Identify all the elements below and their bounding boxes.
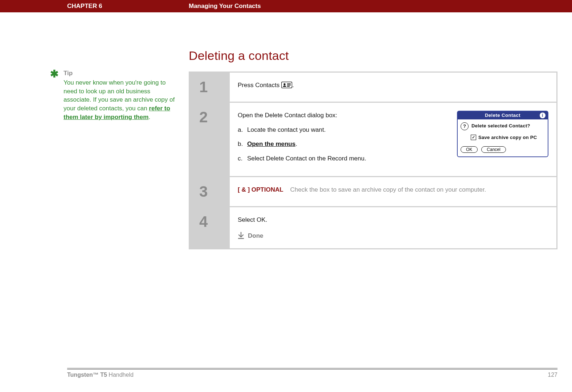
steps-table: 1 Press Contacts <box>189 72 557 249</box>
step1-text-before: Press Contacts <box>238 82 281 89</box>
svg-rect-4 <box>287 86 290 87</box>
cancel-button[interactable]: Cancel <box>481 146 506 153</box>
step-number: 4 <box>190 207 230 248</box>
done-arrow-icon <box>238 232 244 239</box>
delete-contact-dialog: Delete Contact i ? Delete selected Conta… <box>457 111 548 157</box>
chapter-title: Managing Your Contacts <box>189 3 572 10</box>
step1-text-after: . <box>292 82 294 89</box>
page-footer: Tungsten™ T5 Handheld 127 <box>0 368 572 378</box>
done-label: Done <box>248 231 263 241</box>
step-row: 1 Press Contacts <box>190 73 556 103</box>
svg-rect-2 <box>287 83 291 84</box>
product-name: Tungsten™ T5 Handheld <box>67 372 134 378</box>
sub-label: c. <box>238 154 247 163</box>
step2-intro: Open the Delete Contact dialog box: <box>238 111 446 120</box>
asterisk-icon: ✱ <box>50 69 58 122</box>
header-bar: CHAPTER 6 Managing Your Contacts <box>0 0 572 12</box>
step-row: 4 Select OK. Done <box>190 207 556 248</box>
page-number: 127 <box>548 372 557 378</box>
archive-checkbox[interactable]: ✓ <box>471 135 476 140</box>
open-menus-link[interactable]: Open the menus <box>247 140 295 147</box>
contacts-icon <box>281 82 292 88</box>
step-number: 1 <box>190 73 230 102</box>
sub-text: Locate the contact you want. <box>247 125 326 135</box>
step4-text: Select OK. <box>238 215 548 225</box>
sub-text: Select Delete Contact on the Record menu… <box>247 154 366 163</box>
step-number: 2 <box>190 103 230 176</box>
chapter-label: CHAPTER 6 <box>0 3 189 10</box>
svg-rect-3 <box>287 85 291 86</box>
sub-label: a. <box>238 125 247 135</box>
dialog-message: Delete selected Contact? <box>471 122 530 130</box>
archive-checkbox-label: Save archive copy on PC <box>478 134 537 141</box>
done-marker: Done <box>238 231 548 241</box>
ok-button[interactable]: OK <box>461 146 478 153</box>
svg-point-1 <box>283 83 285 85</box>
sub-suffix: . <box>295 140 297 147</box>
optional-tag: [ & ] OPTIONAL <box>238 186 283 193</box>
tip-text-after: . <box>148 114 150 121</box>
step-number: 3 <box>190 177 230 206</box>
dialog-titlebar: Delete Contact i <box>458 111 548 119</box>
tip-heading: Tip <box>64 69 178 78</box>
dialog-title: Delete Contact <box>485 112 520 119</box>
section-title: Deleting a contact <box>189 49 557 63</box>
step-row: 3 [ & ] OPTIONAL Check the box to save a… <box>190 177 556 207</box>
optional-text: Check the box to save an archive copy of… <box>290 186 486 193</box>
sub-label: b. <box>238 139 247 149</box>
tip-callout: ✱ Tip You never know when you're going t… <box>50 69 178 122</box>
question-icon: ? <box>461 122 469 130</box>
step-row: 2 Open the Delete Contact dialog box: a.… <box>190 103 556 177</box>
info-icon[interactable]: i <box>540 113 546 118</box>
